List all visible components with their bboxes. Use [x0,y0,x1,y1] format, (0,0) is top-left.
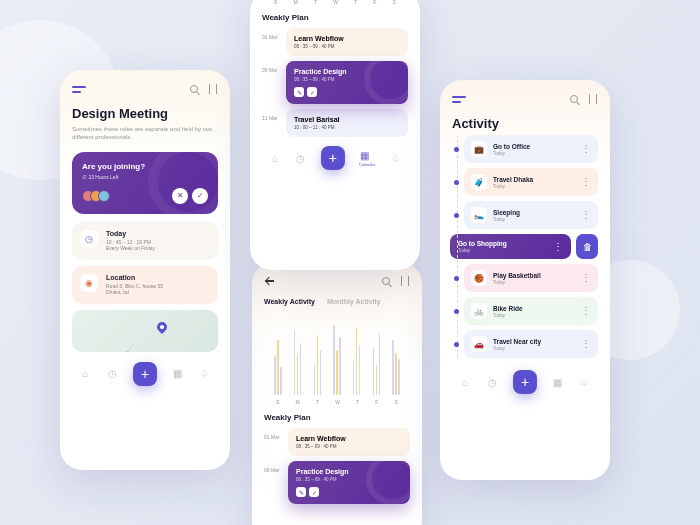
timeline-line [457,135,458,358]
nav-add-button[interactable]: + [513,370,537,394]
more-icon[interactable]: ⋮ [581,276,591,280]
plan-title: Travel Barisal [294,116,400,123]
nav-clock-icon[interactable]: ◷ [295,152,307,164]
avatar-stack [82,190,110,202]
timeline-dot-icon [454,147,459,152]
activity-title: Play Basketball [493,272,575,279]
accept-button[interactable]: ✓ [192,188,208,204]
nav-bell-icon[interactable]: ♤ [199,368,211,380]
chip-icon[interactable]: ✎ [294,87,304,97]
clock-icon: ◷ [80,230,98,248]
screen-meeting: Design Meeting Sometimes these roles are… [60,70,230,470]
activity-sub: Today [493,151,575,156]
today-repeat: Every Week on Friday [106,245,155,252]
menu-icon[interactable] [452,94,466,104]
activity-icon: 🛌 [471,207,487,223]
menu-icon[interactable] [72,84,86,94]
topbar [72,84,218,94]
activity-item[interactable]: 🧳Travel DhakaToday⋮ [464,168,598,196]
plan-date: 09 Mar [262,61,280,73]
activity-title: Travel Dhaka [493,176,575,183]
timeline-dot-icon [454,276,459,281]
activity-item[interactable]: 🛌SleepingToday⋮ [464,201,598,229]
search-icon[interactable] [570,95,578,103]
activity-icon: 💼 [471,141,487,157]
search-icon[interactable] [190,85,198,93]
nav-bell-icon[interactable]: ♤ [579,376,591,388]
plan-item[interactable]: 01 MarLearn Webflow08 : 35 – 09 : 40 PM [262,28,408,56]
bottom-nav: ⌂ ◷ + ▦ ♤ [72,358,218,390]
decline-button[interactable]: ✕ [172,188,188,204]
activity-title: Bike Ride [493,305,575,312]
nav-bell-icon[interactable]: ♤ [389,152,401,164]
timeline-dot-icon [454,342,459,347]
topbar [452,94,598,104]
activity-title: Go to Office [493,143,575,150]
location-card: ◉ Location Road 3, Bloc C, house 55 Dhak… [72,266,218,304]
activity-item-swiped[interactable]: Go to ShoppingToday⋮🗑 [450,234,598,259]
activity-sub: Today [493,313,575,318]
screen-plan: SMTWTFS Weakly Plan 01 MarLearn Webflow0… [250,0,420,270]
nav-add-button[interactable]: + [133,362,157,386]
activity-sub: Today [493,184,575,189]
page-title: Design Meeting [72,106,218,121]
bottom-nav: ⌂ ◷ + ▦ ♤ [452,366,598,398]
screen-activity: Activity 💼Go to OfficeToday⋮🧳Travel Dhak… [440,80,610,480]
activity-icon: 🧳 [471,174,487,190]
nav-home-icon[interactable]: ⌂ [269,152,281,164]
nav-home-icon[interactable]: ⌂ [459,376,471,388]
map-pin-icon [155,320,169,334]
timeline-dot-icon [454,180,459,185]
plan-title: Practice Design [294,68,400,75]
nav-calendar-icon[interactable]: ▦ [552,376,564,388]
more-icon[interactable]: ⋮ [581,342,591,346]
plan-title: Learn Webflow [294,35,400,42]
activity-timeline: 💼Go to OfficeToday⋮🧳Travel DhakaToday⋮🛌S… [452,135,598,358]
timeline-dot-icon [454,309,459,314]
delete-button[interactable]: 🗑 [576,234,598,259]
activity-item[interactable]: 🚲Bike RideToday⋮ [464,297,598,325]
join-question: Are you joining? [82,162,208,171]
plan-item[interactable]: 11 MarTravel Barisal10 : 00 – 11 : 40 PM [262,109,408,137]
plan-heading: Weakly Plan [262,13,408,22]
plan-date: 11 Mar [262,109,280,121]
more-icon[interactable]: ⋮ [581,180,591,184]
nav-calendar-icon[interactable]: ▦ [172,368,184,380]
map-preview[interactable] [72,310,218,352]
activity-icon: 🚲 [471,303,487,319]
activity-item[interactable]: 🏀Play BasketballToday⋮ [464,264,598,292]
activity-item[interactable]: 🚗Travel Near cityToday⋮ [464,330,598,358]
activity-title: Travel Near city [493,338,575,345]
nav-home-icon[interactable]: ⌂ [79,368,91,380]
nav-clock-icon[interactable]: ◷ [106,368,118,380]
activity-icon: 🚗 [471,336,487,352]
filter-icon[interactable] [588,94,598,104]
today-card: ◷ Today 10 : 45 – 12 : 10 PM Every Week … [72,222,218,260]
chart-partial: SMTWTFS [262,0,408,5]
today-label: Today [106,230,155,237]
timeline-dot-icon [454,213,459,218]
activity-item[interactable]: 💼Go to OfficeToday⋮ [464,135,598,163]
more-icon[interactable]: ⋮ [581,147,591,151]
more-icon[interactable]: ⋮ [581,213,591,217]
activity-sub: Today [493,346,575,351]
location-icon: ◉ [80,274,98,292]
chip-icon[interactable]: ✓ [307,87,317,97]
join-card: Are you joining? ⏱ 23 Hours Left ✕ ✓ [72,152,218,214]
activity-icon: 🏀 [471,270,487,286]
activity-sub: Today [493,280,575,285]
plan-date: 01 Mar [262,28,280,40]
more-icon[interactable]: ⋮ [553,245,563,249]
activity-sub: Today [493,217,575,222]
filter-icon[interactable] [208,84,218,94]
more-icon[interactable]: ⋮ [581,309,591,313]
activity-title: Activity [452,116,598,131]
activity-title: Sleeping [493,209,575,216]
plan-item[interactable]: 09 MarPractice Design08 : 35 – 09 : 40 P… [262,61,408,104]
nav-add-button[interactable]: + [321,146,345,170]
plan-time: 08 : 35 – 09 : 40 PM [294,44,400,49]
location-label: Location [106,274,163,281]
nav-calendar-label: Calendar [359,162,375,167]
nav-calendar-icon[interactable]: ▦ [359,149,371,161]
nav-clock-icon[interactable]: ◷ [486,376,498,388]
